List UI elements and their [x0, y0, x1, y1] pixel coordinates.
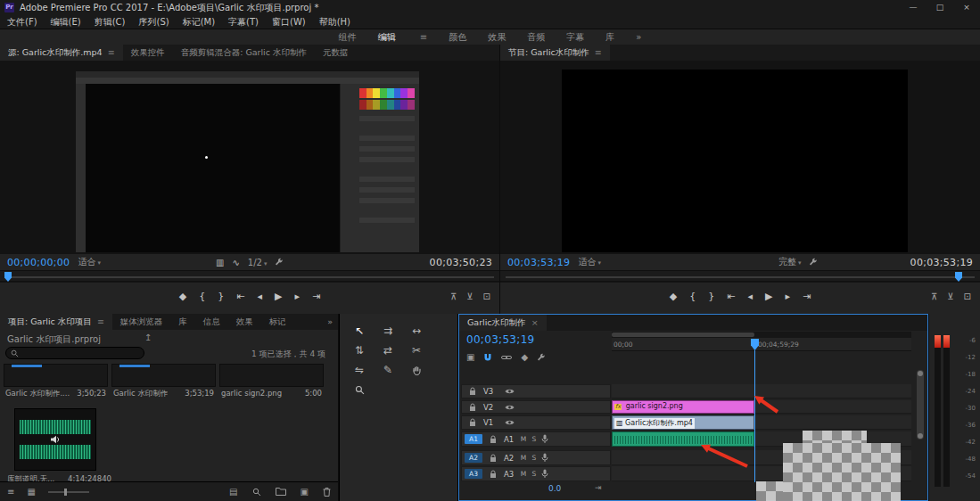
zoom-slider[interactable] — [48, 491, 89, 493]
tab-source[interactable]: 源: Garlic水印制作.mp4 ≡ — [0, 45, 123, 61]
item-thumbnail[interactable] — [4, 364, 108, 387]
mark-in-button[interactable]: { — [199, 291, 205, 302]
tab-info[interactable]: 信息 — [195, 314, 228, 330]
nest-toggle-icon[interactable]: ▣ — [466, 352, 474, 362]
rolling-edit-tool[interactable]: ⇅ — [349, 342, 370, 359]
solo-button[interactable]: S — [529, 435, 539, 443]
source-current-timecode[interactable]: 00;00;00;00 — [7, 257, 70, 268]
drag-audio-icon[interactable]: ∿ — [232, 258, 239, 267]
tab-effects[interactable]: 效果 — [228, 314, 261, 330]
clip-garlic-video[interactable]: ▥ Garlic水印制作.mp4 — [612, 415, 754, 430]
overwrite-button[interactable]: ⊻ — [466, 292, 473, 301]
timeline-settings-icon[interactable] — [537, 353, 546, 362]
tab-audio-clip-mixer[interactable]: 音频剪辑混合器: Garlic 水印制作 — [173, 45, 315, 61]
pen-tool[interactable]: ✎ — [377, 362, 399, 379]
tab-program[interactable]: 节目: Garlic水印制作 ≡ — [500, 45, 610, 61]
source-fit-select[interactable]: 适合▾ — [78, 256, 101, 268]
add-marker-icon[interactable]: ◆ — [521, 352, 528, 362]
close-button[interactable]: × — [953, 0, 980, 15]
clip-garlic-sign2[interactable]: fx garlic sign2.png — [612, 400, 754, 414]
track-lane-v3[interactable] — [612, 384, 911, 398]
clip-garlic-audio[interactable] — [612, 431, 754, 447]
panel-menu-icon[interactable]: ≡ — [108, 47, 115, 57]
menu-sequence[interactable]: 序列(S) — [138, 16, 169, 29]
workspace-tab-audio[interactable]: 音频 — [527, 31, 545, 44]
fit-sequence-icon[interactable]: ⇥ — [595, 483, 602, 492]
lock-icon[interactable] — [490, 454, 497, 463]
workspace-tab-assembly[interactable]: 组件 — [339, 31, 357, 44]
mute-button[interactable]: M — [518, 454, 529, 462]
item-thumbnail[interactable] — [111, 364, 216, 387]
solo-button[interactable]: S — [529, 470, 539, 478]
settings-wrench-icon[interactable] — [809, 258, 818, 267]
workspace-tab-libraries[interactable]: 库 — [605, 31, 614, 44]
menu-edit[interactable]: 编辑(E) — [51, 16, 81, 29]
delete-button[interactable] — [323, 488, 331, 497]
export-frame-button[interactable]: ⊡ — [483, 292, 490, 301]
new-item-button[interactable]: ▣ — [301, 487, 309, 497]
go-to-in-button[interactable]: ⇤ — [236, 291, 244, 302]
navigate-up-icon[interactable]: ↥ — [144, 333, 152, 342]
program-current-timecode[interactable]: 00;03;53;19 — [507, 257, 570, 268]
menu-clip[interactable]: 剪辑(C) — [95, 16, 126, 29]
menu-marker[interactable]: 标记(M) — [183, 16, 215, 29]
razor-tool[interactable]: ✂ — [406, 342, 427, 359]
workspace-tab-titles[interactable]: 字幕 — [566, 31, 584, 44]
selection-tool[interactable]: ↖ — [349, 323, 370, 340]
close-tab-icon[interactable]: × — [531, 317, 539, 327]
timeline-ruler[interactable]: 00;00 00;04;59;29 — [612, 338, 911, 351]
program-scrubber[interactable] — [500, 270, 980, 282]
step-back-button[interactable]: ◂ — [747, 291, 753, 302]
project-item[interactable]: Garlic 水印制作....3;50;23 — [4, 364, 108, 399]
play-button[interactable]: ▶ — [765, 291, 772, 302]
workspace-menu-icon[interactable]: ≡ — [420, 32, 427, 42]
icon-view-button[interactable]: ▦ — [27, 487, 35, 497]
workspace-tab-effects[interactable]: 效果 — [488, 31, 506, 44]
minimize-button[interactable]: — — [900, 0, 926, 15]
workspace-tab-color[interactable]: 颜色 — [449, 31, 466, 44]
source-patch-a1[interactable]: A1 — [465, 434, 482, 444]
project-search-box[interactable] — [5, 347, 144, 359]
tab-media-browser[interactable]: 媒体浏览器 — [112, 314, 171, 330]
tab-project[interactable]: 项目: Garlic 水印项目 ≡ — [0, 314, 112, 330]
mark-in-button[interactable]: { — [689, 291, 696, 302]
eye-icon[interactable] — [505, 404, 515, 411]
zoom-tool[interactable] — [349, 382, 370, 398]
item-thumbnail[interactable] — [219, 364, 324, 387]
program-playhead[interactable] — [955, 272, 962, 282]
eye-icon[interactable] — [505, 388, 515, 395]
track-select-forward-tool[interactable]: ⇉ — [377, 323, 399, 340]
audio-item-thumbnail[interactable] — [14, 408, 96, 471]
project-item[interactable]: garlic sign2.png5:00 — [219, 364, 324, 398]
insert-button[interactable]: ⊼ — [450, 292, 457, 301]
search-input[interactable] — [22, 349, 129, 357]
lock-icon[interactable] — [469, 387, 476, 396]
eye-icon[interactable] — [505, 419, 515, 426]
tab-markers[interactable]: 标记 — [261, 314, 294, 330]
mic-icon[interactable] — [541, 469, 548, 479]
drag-video-icon[interactable]: ▥ — [216, 258, 224, 267]
find-button[interactable] — [252, 488, 261, 497]
panel-overflow-icon[interactable]: » — [327, 314, 333, 330]
go-to-out-button[interactable]: ⇥ — [803, 291, 811, 302]
list-view-button[interactable]: ≡ — [7, 487, 14, 497]
track-height-scrollbar[interactable] — [917, 370, 924, 439]
zoom-scrollbar-thumb[interactable] — [612, 333, 754, 337]
menu-file[interactable]: 文件(F) — [7, 16, 37, 29]
settings-wrench-icon[interactable] — [275, 258, 284, 267]
solo-button[interactable]: S — [529, 454, 539, 462]
source-resolution-select[interactable]: 1/2▾ — [248, 258, 268, 267]
add-marker-button[interactable]: ◆ — [179, 291, 186, 302]
lock-icon[interactable] — [490, 435, 497, 444]
go-to-out-button[interactable]: ⇥ — [312, 291, 320, 302]
linked-selection-icon[interactable] — [501, 354, 512, 361]
lock-icon[interactable] — [469, 403, 476, 412]
maximize-button[interactable]: □ — [926, 0, 953, 15]
hand-tool[interactable] — [406, 362, 427, 379]
step-forward-button[interactable]: ▸ — [785, 291, 790, 302]
extract-button[interactable]: ⊻ — [947, 292, 953, 301]
timeline-current-timecode[interactable]: 00;03;53;19 — [466, 333, 535, 346]
source-patch-a3[interactable]: A3 — [465, 469, 482, 479]
automate-to-sequence-button[interactable]: ▤ — [229, 487, 237, 497]
rate-stretch-tool[interactable]: ⇄ — [377, 342, 399, 359]
